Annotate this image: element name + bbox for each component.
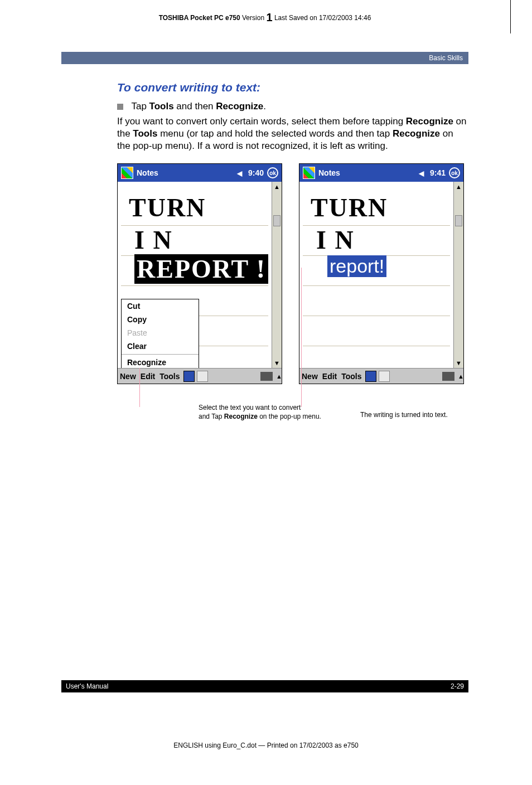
subsection-heading: To convert writing to text: [117, 81, 468, 94]
sip-up-icon[interactable]: ▲ [274, 372, 282, 380]
caption-text: on the pop-up menu. [258, 413, 321, 420]
keyboard-icon[interactable] [260, 372, 273, 381]
menu-clear[interactable]: Clear [122, 340, 199, 353]
app-title: Notes [318, 168, 419, 177]
bullet-icon [117, 104, 123, 110]
command-bar: New Edit Tools ▲ [118, 368, 282, 384]
handwriting-selected: REPORT ! [134, 254, 268, 284]
cmd-edit[interactable]: Edit [138, 372, 157, 381]
para-seg: If you want to convert only certain word… [117, 116, 406, 127]
body-paragraph: If you want to convert only certain word… [117, 115, 468, 152]
caption-text: and Tap [199, 413, 224, 420]
para-recognize-2: Recognize [393, 128, 440, 139]
cmd-new[interactable]: New [118, 372, 138, 381]
scroll-up-icon[interactable]: ▲ [272, 182, 282, 192]
running-header: TOSHIBA Pocket PC e750 Version 1 Last Sa… [61, 11, 468, 24]
screenshots-row: Notes 9:40 ok [117, 163, 468, 384]
handwriting-line-2: I N [316, 225, 355, 255]
caption-right: The writing is turned into text. [360, 410, 483, 419]
saved-stamp: Last Saved on 17/02/2003 14:46 [274, 14, 371, 22]
start-flag-icon[interactable] [303, 167, 315, 179]
app-title: Notes [137, 168, 237, 177]
handwriting-line-1: TURN [129, 193, 206, 222]
handwriting-line-1: TURN [311, 193, 388, 222]
scroll-thumb[interactable] [455, 215, 462, 226]
scroll-down-icon[interactable]: ▼ [454, 358, 463, 368]
bullet-recognize: Recognize [216, 101, 263, 112]
note-canvas[interactable]: TURN I N report! ▲ ▼ [299, 182, 463, 368]
crop-mark [510, 0, 511, 33]
ok-button[interactable]: ok [267, 167, 278, 178]
screenshot-before: Notes 9:40 ok [117, 163, 282, 384]
cmd-edit[interactable]: Edit [320, 372, 339, 381]
voice-record-icon[interactable] [365, 371, 376, 382]
bullet-post: . [263, 101, 266, 112]
voice-record-icon[interactable] [183, 371, 195, 382]
clock: 9:40 [248, 168, 264, 177]
product-name: TOSHIBA Pocket PC e750 [159, 14, 240, 22]
bullet-mid: and then [174, 101, 216, 112]
menu-recognize[interactable]: Recognize [122, 356, 199, 368]
para-tools: Tools [133, 128, 157, 139]
scroll-down-icon[interactable]: ▼ [272, 358, 282, 368]
page-footer-bar: User's Manual 2-29 [61, 680, 468, 692]
cmd-tools[interactable]: Tools [339, 372, 364, 381]
pen-icon[interactable] [197, 371, 208, 382]
window-titlebar: Notes 9:41 ok [299, 164, 463, 182]
scroll-thumb[interactable] [273, 215, 280, 226]
footer-page-number: 2-29 [451, 682, 464, 690]
start-flag-icon[interactable] [121, 167, 133, 179]
version-number: 1 [266, 11, 272, 23]
cmd-tools[interactable]: Tools [157, 372, 182, 381]
vertical-scrollbar[interactable]: ▲ ▼ [453, 182, 463, 368]
pen-icon[interactable] [379, 371, 390, 382]
menu-cut[interactable]: Cut [122, 299, 199, 313]
cmd-new[interactable]: New [299, 372, 320, 381]
vertical-scrollbar[interactable]: ▲ ▼ [272, 182, 282, 368]
speaker-icon[interactable] [419, 168, 428, 177]
menu-separator [122, 354, 199, 355]
caption-text: Select the text you want to convert [199, 404, 301, 411]
clock: 9:41 [430, 168, 446, 177]
version-label: Version [242, 14, 264, 22]
bullet-tools: Tools [149, 101, 174, 112]
footer-left: User's Manual [66, 682, 108, 690]
caption-recognize: Recognize [224, 413, 258, 420]
handwriting-line-2: I N [134, 225, 173, 255]
print-footnote: ENGLISH using Euro_C.dot — Printed on 17… [0, 742, 532, 749]
window-titlebar: Notes 9:40 ok [118, 164, 282, 182]
bullet-text-pre: Tap [131, 101, 149, 112]
sip-up-icon[interactable]: ▲ [456, 372, 463, 380]
scroll-up-icon[interactable]: ▲ [454, 182, 463, 192]
caption-left: Select the text you want to convert and … [199, 403, 355, 421]
recognized-text: report! [327, 255, 386, 277]
section-bar: Basic Skills [61, 52, 468, 64]
keyboard-icon[interactable] [442, 372, 454, 381]
para-recognize-1: Recognize [406, 116, 453, 127]
page-content: TOSHIBA Pocket PC e750 Version 1 Last Sa… [61, 6, 468, 429]
instruction-bullet: Tap Tools and then Recognize. [117, 101, 468, 112]
screenshot-after: Notes 9:41 ok [299, 163, 464, 384]
menu-copy[interactable]: Copy [122, 313, 199, 326]
ok-button[interactable]: ok [449, 167, 460, 178]
para-seg: menu (or tap and hold the selected words… [157, 128, 393, 139]
context-menu: Cut Copy Paste Clear Recognize Alternate… [121, 299, 199, 368]
note-canvas[interactable]: TURN I N REPORT ! Cut Copy Paste Clear R… [118, 182, 282, 368]
menu-paste: Paste [122, 326, 199, 340]
command-bar: New Edit Tools ▲ [299, 368, 463, 384]
speaker-icon[interactable] [237, 168, 246, 177]
